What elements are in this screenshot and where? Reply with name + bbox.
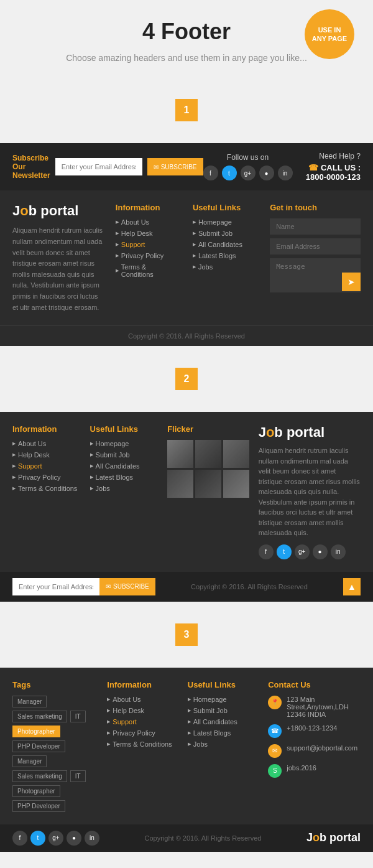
footer-2-desc: Aliquam hendrit rutrum iaculis nullam on… <box>259 446 361 538</box>
f3-gplus-icon[interactable]: g+ <box>48 831 63 846</box>
link-support-active[interactable]: Support <box>116 241 180 248</box>
f2-twitter-icon[interactable]: t <box>277 544 292 559</box>
badge-4-container: 4 <box>0 852 373 868</box>
flicker-thumb-5[interactable] <box>195 470 221 498</box>
need-help-section: Need Help ? ☎ CALL US : 1800-0000-123 <box>293 152 361 182</box>
f3-link-terms[interactable]: Terms & Conditions <box>107 740 178 748</box>
f3-link-candidates[interactable]: All Candidates <box>188 718 259 726</box>
instagram-icon[interactable]: ● <box>259 166 274 180</box>
f2-link-privacy[interactable]: Privacy Policy <box>12 474 81 481</box>
flicker-thumb-1[interactable] <box>167 440 193 468</box>
f2-link-terms[interactable]: Terms & Conditions <box>12 485 81 492</box>
f3-facebook-icon[interactable]: f <box>12 831 27 846</box>
f2-gplus-icon[interactable]: g+ <box>295 544 310 559</box>
flicker-thumb-6[interactable] <box>223 470 249 498</box>
footer-2-logo: Job portal <box>259 424 361 441</box>
tag-sales-marketing-2[interactable]: Sales marketing <box>12 770 67 782</box>
link-submit-job[interactable]: Submit Job <box>193 230 257 237</box>
f3-linkedin-icon[interactable]: in <box>85 831 99 846</box>
contact-name-input[interactable] <box>270 218 361 235</box>
link-homepage[interactable]: Homepage <box>193 218 257 226</box>
f3-link-submitjob[interactable]: Submit Job <box>188 707 259 714</box>
subscribe-label: Subscribe Our Newsletter <box>12 154 50 180</box>
link-privacy[interactable]: Privacy Policy <box>116 252 180 259</box>
scroll-top-button[interactable]: ▲ <box>343 578 361 595</box>
flicker-thumb-2[interactable] <box>195 440 221 468</box>
f2-useful-title: Useful Links <box>90 424 159 434</box>
tag-sales-marketing[interactable]: Sales marketing <box>12 711 67 722</box>
f2-link-candidates[interactable]: All Candidates <box>90 462 159 470</box>
footer-2-brand-col: Job portal Aliquam hendrit rutrum iaculi… <box>259 424 361 559</box>
badge-2-container: 2 <box>0 346 373 412</box>
get-in-touch-title: Get in touch <box>270 203 361 212</box>
f3-link-jobs[interactable]: Jobs <box>188 740 259 748</box>
link-latest-blogs[interactable]: Latest Blogs <box>193 252 257 259</box>
flicker-thumb-3[interactable] <box>223 440 249 468</box>
f2-link-about[interactable]: About Us <box>12 440 81 447</box>
badge-line2: ANY PAGE <box>312 34 347 43</box>
tag-it-2[interactable]: IT <box>70 770 86 782</box>
f2-instagram-icon[interactable]: ● <box>313 544 328 559</box>
tag-photographer-2[interactable]: Photographer <box>12 785 60 797</box>
phone-icon: ☎ <box>308 163 318 172</box>
f2-link-blogs[interactable]: Latest Blogs <box>90 474 159 481</box>
contact-email-input[interactable] <box>270 238 361 254</box>
f3-link-support-active[interactable]: Support <box>107 718 178 726</box>
f2-useful-links: Homepage Submit Job All Candidates Lates… <box>90 440 159 492</box>
f3-link-privacy[interactable]: Privacy Policy <box>107 729 178 737</box>
address-icon: 📍 <box>268 696 282 709</box>
page-subtitle: Choose amazing headers and use them in a… <box>12 51 361 65</box>
tag-php-developer-2[interactable]: PHP Developer <box>12 800 65 812</box>
link-help-desk[interactable]: Help Desk <box>116 230 180 237</box>
f2-link-helpdesk[interactable]: Help Desk <box>12 451 81 459</box>
f3-link-blogs[interactable]: Latest Blogs <box>188 729 259 737</box>
tag-manager[interactable]: Manager <box>12 696 47 707</box>
link-all-candidates[interactable]: All Candidates <box>193 241 257 248</box>
f3-phone: ☎ +1800-123-1234 <box>268 724 361 738</box>
tag-photographer-active[interactable]: Photographer <box>12 726 60 737</box>
tag-it[interactable]: IT <box>70 711 86 722</box>
flicker-thumb-4[interactable] <box>167 470 193 498</box>
footer-1-info-col: Information About Us Help Desk Support P… <box>116 203 180 313</box>
f3-instagram-icon[interactable]: ● <box>67 831 81 846</box>
footer-2-subscribe: ✉ SUBSCRIBE <box>12 578 155 595</box>
tag-manager-2[interactable]: Manager <box>12 755 47 767</box>
footer-3: Tags Manager Sales marketing IT Photogra… <box>0 668 373 852</box>
link-terms[interactable]: Terms & Conditions <box>116 263 180 278</box>
facebook-icon[interactable]: f <box>203 166 218 180</box>
f3-link-homepage[interactable]: Homepage <box>188 696 259 703</box>
footer-1: Subscribe Our Newsletter ✉ SUBSCRIBE Fol… <box>0 143 373 346</box>
f2-link-support-active[interactable]: Support <box>12 462 81 470</box>
send-message-button[interactable]: ➤ <box>342 273 361 291</box>
subscribe-input-1[interactable] <box>55 158 142 175</box>
f3-info-links: About Us Help Desk Support Privacy Polic… <box>107 696 178 748</box>
follow-section: Follow us on f t g+ ● in <box>203 153 293 180</box>
f3-twitter-icon[interactable]: t <box>30 831 45 846</box>
f3-skype-icon: S <box>268 764 282 778</box>
tag-php-developer[interactable]: PHP Developer <box>12 740 65 752</box>
f2-info-links: About Us Help Desk Support Privacy Polic… <box>12 440 81 492</box>
linkedin-icon[interactable]: in <box>278 166 293 180</box>
info-col-title: Information <box>116 203 180 212</box>
subscribe-input-2[interactable] <box>12 578 99 595</box>
f2-link-submitjob[interactable]: Submit Job <box>90 451 159 459</box>
f2-link-jobs[interactable]: Jobs <box>90 485 159 492</box>
twitter-icon[interactable]: t <box>222 166 237 180</box>
googleplus-icon[interactable]: g+ <box>241 166 256 180</box>
f3-link-helpdesk[interactable]: Help Desk <box>107 707 178 714</box>
social-icons-row: f t g+ ● in <box>203 166 293 180</box>
subscribe-button-2[interactable]: ✉ SUBSCRIBE <box>99 578 155 595</box>
f2-link-homepage[interactable]: Homepage <box>90 440 159 447</box>
footer-2-bottom: ✉ SUBSCRIBE Copyright © 2016. All Rights… <box>0 572 373 602</box>
contact-message-row: ➤ <box>270 258 361 295</box>
need-help-label: Need Help ? <box>293 152 361 161</box>
link-jobs[interactable]: Jobs <box>193 263 257 271</box>
footer-3-useful-col: Useful Links Homepage Submit Job All Can… <box>188 680 259 812</box>
f2-facebook-icon[interactable]: f <box>259 544 274 559</box>
f3-link-about[interactable]: About Us <box>107 696 178 703</box>
footer-3-contact-col: Contact Us 📍 123 Main Street,Anytown,LDH… <box>268 680 361 812</box>
link-about-us[interactable]: About Us <box>116 218 180 226</box>
footer-3-main: Tags Manager Sales marketing IT Photogra… <box>0 668 373 824</box>
f2-linkedin-icon[interactable]: in <box>331 544 346 559</box>
subscribe-button-1[interactable]: ✉ SUBSCRIBE <box>147 158 203 175</box>
